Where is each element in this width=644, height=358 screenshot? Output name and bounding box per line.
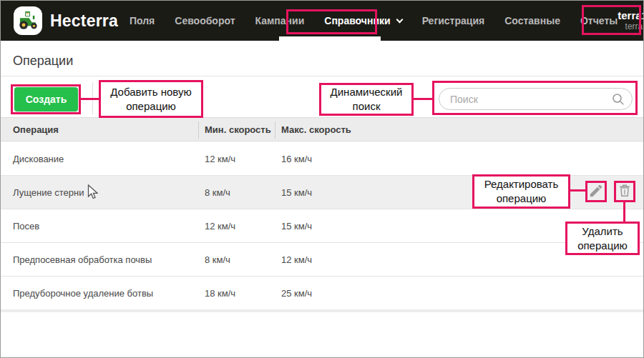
- max-speed: 12 км/ч: [281, 243, 312, 276]
- nav-item-registration[interactable]: Регистрация: [422, 15, 485, 26]
- column-separator: [275, 121, 275, 139]
- annotation-connector: [623, 202, 625, 223]
- column-separator: [198, 121, 199, 139]
- min-speed: 12 км/ч: [205, 142, 235, 175]
- active-tab-indicator: [279, 36, 381, 41]
- min-speed: 8 км/ч: [205, 243, 230, 276]
- table-row[interactable]: Предпосевная обработка почвы 8 км/ч 12 к…: [1, 243, 643, 277]
- annotation-frame-trash-icon: [614, 181, 635, 202]
- column-header-max-speed: Макс. скорость: [281, 118, 351, 141]
- annotation-delete-operation: Удалить операцию: [565, 222, 640, 255]
- annotation-frame-create-button: [11, 84, 81, 114]
- annotation-connector: [569, 189, 587, 192]
- nav-item-crop-rotation[interactable]: Севооборот: [175, 15, 235, 26]
- max-speed: 25 км/ч: [281, 277, 312, 309]
- tractor-icon: [16, 7, 40, 34]
- table-row[interactable]: Посев 12 км/ч 15 км/ч: [1, 209, 643, 243]
- nav-item-composite[interactable]: Составные: [504, 15, 560, 26]
- annotation-dynamic-search: Динамический поиск: [319, 83, 414, 116]
- operation-name: Посев: [13, 209, 39, 242]
- table-header: Операция Мин. скорость Макс. скорость: [1, 117, 643, 141]
- annotation-connector: [412, 98, 434, 100]
- annotation-frame-directories: [286, 9, 377, 34]
- min-speed: 12 км/ч: [205, 209, 235, 242]
- table-row[interactable]: Предуборочное удаление ботвы 18 км/ч 25 …: [1, 277, 643, 310]
- min-speed: 8 км/ч: [205, 176, 230, 209]
- hecterra-logo[interactable]: [14, 6, 42, 35]
- operation-name: Дискование: [13, 142, 64, 175]
- annotation-frame-edit-icon: [585, 181, 607, 202]
- max-speed: 15 км/ч: [281, 176, 312, 209]
- annotation-frame-user-menu: [582, 5, 641, 35]
- operation-name: Лущение стерни: [13, 176, 84, 209]
- app-window: Hecterra Поля Севооборот Кампании Справо…: [0, 0, 644, 358]
- min-speed: 18 км/ч: [205, 277, 235, 309]
- cursor-pointer-icon: [87, 184, 98, 203]
- nav-item-fields[interactable]: Поля: [130, 15, 155, 26]
- divider: [1, 76, 643, 76]
- annotation-connector: [79, 98, 101, 100]
- annotation-edit-operation: Редактировать операцию: [472, 174, 570, 209]
- operation-name: Предпосевная обработка почвы: [13, 243, 152, 276]
- operation-name: Предуборочное удаление ботвы: [13, 277, 153, 309]
- page-title: Операции: [13, 54, 73, 69]
- annotation-add-operation: Добавить новую операцию: [99, 80, 203, 118]
- chevron-down-icon: [396, 16, 403, 23]
- annotation-frame-search: [432, 81, 638, 115]
- table-row[interactable]: Дискование 12 км/ч 16 км/ч: [1, 142, 643, 176]
- table-footer-strip: [1, 309, 643, 312]
- column-header-operation: Операция: [13, 118, 59, 141]
- brand-title: Hecterra: [50, 11, 118, 31]
- column-header-min-speed: Мин. скорость: [205, 118, 271, 141]
- max-speed: 16 км/ч: [281, 142, 312, 175]
- max-speed: 15 км/ч: [281, 209, 312, 242]
